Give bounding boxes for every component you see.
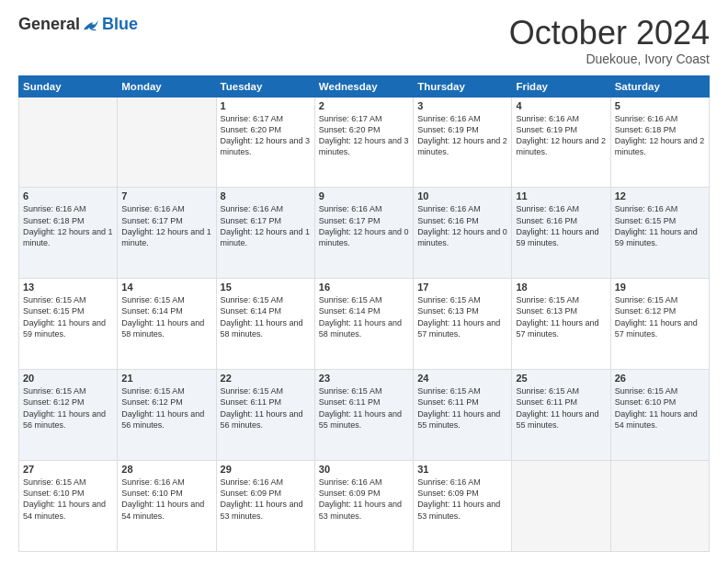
calendar-cell: 14Sunrise: 6:15 AMSunset: 6:14 PMDayligh… <box>118 279 216 370</box>
day-number: 13 <box>23 282 113 293</box>
calendar-cell: 28Sunrise: 6:16 AMSunset: 6:10 PMDayligh… <box>118 461 216 552</box>
calendar-cell <box>19 97 118 188</box>
calendar-week-row: 27Sunrise: 6:15 AMSunset: 6:10 PMDayligh… <box>19 461 710 552</box>
calendar-header-monday: Monday <box>118 75 216 97</box>
calendar-header-row: SundayMondayTuesdayWednesdayThursdayFrid… <box>19 75 710 97</box>
day-number: 8 <box>221 190 311 201</box>
calendar-cell: 3Sunrise: 6:16 AMSunset: 6:19 PMDaylight… <box>414 97 512 188</box>
day-info: Sunrise: 6:16 AMSunset: 6:19 PMDaylight:… <box>417 113 507 158</box>
day-number: 18 <box>516 282 606 293</box>
calendar-week-row: 1Sunrise: 6:17 AMSunset: 6:20 PMDaylight… <box>19 97 710 188</box>
logo: General Blue <box>18 15 138 34</box>
day-number: 11 <box>516 190 606 201</box>
calendar-cell: 26Sunrise: 6:15 AMSunset: 6:10 PMDayligh… <box>610 370 709 461</box>
day-info: Sunrise: 6:15 AMSunset: 6:10 PMDaylight:… <box>23 477 113 522</box>
calendar-header-friday: Friday <box>512 75 610 97</box>
day-info: Sunrise: 6:15 AMSunset: 6:12 PMDaylight:… <box>23 385 113 431</box>
day-number: 10 <box>417 190 507 201</box>
calendar-header-saturday: Saturday <box>610 75 709 97</box>
day-info: Sunrise: 6:16 AMSunset: 6:16 PMDaylight:… <box>417 203 507 248</box>
day-info: Sunrise: 6:15 AMSunset: 6:11 PMDaylight:… <box>417 385 507 431</box>
calendar-week-row: 6Sunrise: 6:16 AMSunset: 6:18 PMDaylight… <box>19 188 710 279</box>
calendar-week-row: 13Sunrise: 6:15 AMSunset: 6:15 PMDayligh… <box>19 279 710 370</box>
day-number: 5 <box>615 100 705 111</box>
calendar-cell: 12Sunrise: 6:16 AMSunset: 6:15 PMDayligh… <box>610 188 709 279</box>
calendar-cell: 17Sunrise: 6:15 AMSunset: 6:13 PMDayligh… <box>414 279 512 370</box>
calendar-cell: 13Sunrise: 6:15 AMSunset: 6:15 PMDayligh… <box>19 279 118 370</box>
calendar-cell: 29Sunrise: 6:16 AMSunset: 6:09 PMDayligh… <box>216 461 314 552</box>
day-number: 20 <box>23 373 113 384</box>
calendar-cell: 6Sunrise: 6:16 AMSunset: 6:18 PMDaylight… <box>19 188 118 279</box>
calendar-cell: 15Sunrise: 6:15 AMSunset: 6:14 PMDayligh… <box>216 279 314 370</box>
calendar-cell: 16Sunrise: 6:15 AMSunset: 6:14 PMDayligh… <box>314 279 413 370</box>
day-info: Sunrise: 6:16 AMSunset: 6:09 PMDaylight:… <box>319 477 409 522</box>
day-info: Sunrise: 6:15 AMSunset: 6:14 PMDaylight:… <box>121 294 211 339</box>
calendar-cell <box>512 461 610 552</box>
day-number: 6 <box>23 190 113 201</box>
day-info: Sunrise: 6:15 AMSunset: 6:14 PMDaylight:… <box>319 294 409 339</box>
day-number: 21 <box>121 373 211 384</box>
day-info: Sunrise: 6:16 AMSunset: 6:18 PMDaylight:… <box>23 203 113 248</box>
calendar-cell: 19Sunrise: 6:15 AMSunset: 6:12 PMDayligh… <box>610 279 709 370</box>
title-block: October 2024 Duekoue, Ivory Coast <box>509 15 710 66</box>
day-number: 9 <box>319 190 409 201</box>
calendar-cell <box>610 461 709 552</box>
day-number: 27 <box>23 464 113 475</box>
calendar-cell: 25Sunrise: 6:15 AMSunset: 6:11 PMDayligh… <box>512 370 610 461</box>
day-number: 19 <box>615 282 705 293</box>
day-info: Sunrise: 6:15 AMSunset: 6:15 PMDaylight:… <box>23 294 113 339</box>
day-info: Sunrise: 6:15 AMSunset: 6:11 PMDaylight:… <box>516 385 606 431</box>
calendar-cell: 7Sunrise: 6:16 AMSunset: 6:17 PMDaylight… <box>118 188 216 279</box>
day-number: 30 <box>319 464 409 475</box>
day-number: 29 <box>221 464 311 475</box>
day-number: 24 <box>417 373 507 384</box>
calendar-table: SundayMondayTuesdayWednesdayThursdayFrid… <box>18 75 710 552</box>
day-info: Sunrise: 6:15 AMSunset: 6:13 PMDaylight:… <box>516 294 606 339</box>
day-info: Sunrise: 6:16 AMSunset: 6:09 PMDaylight:… <box>417 477 507 522</box>
day-info: Sunrise: 6:16 AMSunset: 6:16 PMDaylight:… <box>516 203 606 248</box>
calendar-cell: 31Sunrise: 6:16 AMSunset: 6:09 PMDayligh… <box>414 461 512 552</box>
day-number: 16 <box>319 282 409 293</box>
page: General Blue October 2024 Duekoue, Ivory… <box>0 0 728 563</box>
day-info: Sunrise: 6:15 AMSunset: 6:14 PMDaylight:… <box>221 294 311 339</box>
logo-general: General <box>18 15 80 34</box>
calendar-cell: 9Sunrise: 6:16 AMSunset: 6:17 PMDaylight… <box>314 188 413 279</box>
day-info: Sunrise: 6:16 AMSunset: 6:10 PMDaylight:… <box>121 477 211 522</box>
calendar-week-row: 20Sunrise: 6:15 AMSunset: 6:12 PMDayligh… <box>19 370 710 461</box>
day-info: Sunrise: 6:16 AMSunset: 6:19 PMDaylight:… <box>516 113 606 158</box>
day-number: 28 <box>121 464 211 475</box>
day-number: 7 <box>121 190 211 201</box>
day-info: Sunrise: 6:15 AMSunset: 6:11 PMDaylight:… <box>221 385 311 431</box>
day-info: Sunrise: 6:17 AMSunset: 6:20 PMDaylight:… <box>319 113 409 158</box>
calendar-header-tuesday: Tuesday <box>216 75 314 97</box>
calendar-cell: 30Sunrise: 6:16 AMSunset: 6:09 PMDayligh… <box>314 461 413 552</box>
day-number: 3 <box>417 100 507 111</box>
calendar-cell: 23Sunrise: 6:15 AMSunset: 6:11 PMDayligh… <box>314 370 413 461</box>
day-number: 1 <box>221 100 311 111</box>
day-number: 4 <box>516 100 606 111</box>
calendar-header-thursday: Thursday <box>414 75 512 97</box>
day-info: Sunrise: 6:16 AMSunset: 6:09 PMDaylight:… <box>221 477 311 522</box>
day-info: Sunrise: 6:17 AMSunset: 6:20 PMDaylight:… <box>221 113 311 158</box>
day-info: Sunrise: 6:16 AMSunset: 6:18 PMDaylight:… <box>615 113 705 158</box>
day-number: 2 <box>319 100 409 111</box>
calendar-header-sunday: Sunday <box>19 75 118 97</box>
calendar-cell: 11Sunrise: 6:16 AMSunset: 6:16 PMDayligh… <box>512 188 610 279</box>
day-number: 31 <box>417 464 507 475</box>
day-number: 12 <box>615 190 705 201</box>
day-info: Sunrise: 6:15 AMSunset: 6:12 PMDaylight:… <box>615 294 705 339</box>
day-info: Sunrise: 6:16 AMSunset: 6:15 PMDaylight:… <box>615 203 705 248</box>
day-number: 22 <box>221 373 311 384</box>
logo-blue: Blue <box>102 15 138 34</box>
day-number: 17 <box>417 282 507 293</box>
day-info: Sunrise: 6:15 AMSunset: 6:13 PMDaylight:… <box>417 294 507 339</box>
calendar-cell: 2Sunrise: 6:17 AMSunset: 6:20 PMDaylight… <box>314 97 413 188</box>
calendar-cell: 18Sunrise: 6:15 AMSunset: 6:13 PMDayligh… <box>512 279 610 370</box>
calendar-cell: 22Sunrise: 6:15 AMSunset: 6:11 PMDayligh… <box>216 370 314 461</box>
day-info: Sunrise: 6:15 AMSunset: 6:11 PMDaylight:… <box>319 385 409 431</box>
logo-text: General Blue <box>18 15 138 34</box>
calendar-cell <box>118 97 216 188</box>
calendar-cell: 8Sunrise: 6:16 AMSunset: 6:17 PMDaylight… <box>216 188 314 279</box>
month-title: October 2024 <box>509 15 710 52</box>
day-info: Sunrise: 6:15 AMSunset: 6:12 PMDaylight:… <box>121 385 211 431</box>
